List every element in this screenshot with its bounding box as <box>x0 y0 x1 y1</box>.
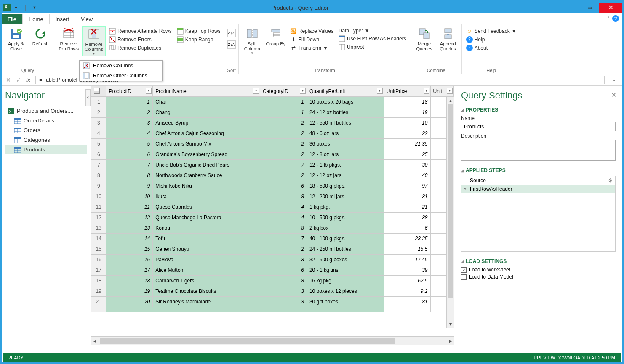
row-number[interactable]: 16 <box>91 255 106 265</box>
cell-quantityperunit[interactable]: 32 - 500 g boxes <box>307 255 384 265</box>
table-row[interactable]: 55Chef Anton's Gumbo Mix236 boxes21.35 <box>91 139 454 149</box>
section-properties[interactable]: ◢PROPERTIES <box>461 107 616 113</box>
cell-categoryid[interactable]: 2 <box>260 128 307 139</box>
cell-productname[interactable]: Sir Rodney's Marmalade <box>153 297 260 307</box>
cell-unitprice[interactable]: 22 <box>384 128 430 139</box>
cell-categoryid[interactable]: 6 <box>260 265 307 276</box>
table-row[interactable]: 1919Teatime Chocolate Biscuits310 boxes … <box>91 286 454 297</box>
formula-expand-icon[interactable]: ⌄ <box>610 77 618 82</box>
row-number[interactable]: 4 <box>91 128 106 139</box>
cell-categoryid[interactable]: 2 <box>260 244 307 255</box>
tab-view[interactable]: View <box>75 14 99 24</box>
unpivot-button[interactable]: Unpivot <box>337 43 408 51</box>
tab-insert[interactable]: Insert <box>50 14 75 24</box>
collapse-ribbon-icon[interactable]: ˄ <box>607 16 610 21</box>
cell-quantityperunit[interactable]: 2 kg box <box>307 223 384 234</box>
help-icon[interactable]: ? <box>612 15 619 22</box>
nav-root[interactable]: X Products and Orders.... <box>5 106 87 116</box>
maximize-button[interactable]: ▭ <box>580 3 599 13</box>
table-row[interactable] <box>91 307 454 312</box>
navigator-collapse-button[interactable]: < <box>85 89 91 106</box>
cell-productname[interactable]: Uncle Bob's Organic Dried Pears <box>153 160 260 170</box>
cell-categoryid[interactable]: 1 <box>260 97 307 107</box>
grid-corner[interactable] <box>91 86 106 97</box>
step-firstrowasheader[interactable]: ✕FirstRowAsHeader <box>461 185 615 193</box>
column-header-productid[interactable]: ProductID▼ <box>106 86 153 97</box>
filter-dropdown-icon[interactable]: ▼ <box>253 88 259 94</box>
cell-categoryid[interactable]: 2 <box>260 139 307 149</box>
cell-quantityperunit[interactable]: 1 kg pkg. <box>307 202 384 213</box>
cell-unitprice[interactable]: 30 <box>384 160 430 170</box>
column-header-unitprice[interactable]: UnitPrice▼ <box>384 86 430 97</box>
table-row[interactable]: 2020Sir Rodney's Marmalade330 gift boxes… <box>91 297 454 307</box>
tab-file[interactable]: File <box>2 14 22 24</box>
cell-productname[interactable]: Queso Cabrales <box>153 202 260 213</box>
nav-item-orderdetails[interactable]: OrderDetails <box>5 116 87 125</box>
cell-productname[interactable]: Mishi Kobe Niku <box>153 181 260 191</box>
data-type-button[interactable]: Data Type: ▼ <box>337 27 408 35</box>
cell-productname[interactable]: Carnarvon Tigers <box>153 276 260 286</box>
cell-unitprice[interactable]: 62.5 <box>384 276 430 286</box>
filter-dropdown-icon[interactable]: ▼ <box>300 88 306 94</box>
column-header-quantityperunit[interactable]: QuantityPerUnit▼ <box>307 86 384 97</box>
cell-quantityperunit[interactable]: 16 kg pkg. <box>307 276 384 286</box>
cell-quantityperunit[interactable]: 20 - 1 kg tins <box>307 265 384 276</box>
scroll-right-icon[interactable]: ▸ <box>446 337 454 344</box>
cell-quantityperunit[interactable]: 12 - 200 ml jars <box>307 191 384 202</box>
cell-productname[interactable]: Teatime Chocolate Biscuits <box>153 286 260 297</box>
row-number[interactable]: 20 <box>91 297 106 307</box>
refresh-button[interactable]: Refresh <box>29 26 51 46</box>
cell-unitprice[interactable]: 21.35 <box>384 139 430 149</box>
cell-categoryid[interactable]: 8 <box>260 191 307 202</box>
filter-dropdown-icon[interactable]: ▼ <box>146 88 152 94</box>
table-row[interactable]: 1818Carnarvon Tigers816 kg pkg.62.5 <box>91 276 454 286</box>
query-name-input[interactable] <box>461 122 616 131</box>
cell-productid[interactable]: 10 <box>106 191 153 202</box>
cell-unitprice[interactable]: 39 <box>384 265 430 276</box>
cell-productname[interactable]: Queso Manchego La Pastora <box>153 213 260 223</box>
qat-customize[interactable]: ▼ <box>30 3 39 12</box>
cell-categoryid[interactable]: 3 <box>260 297 307 307</box>
cell-unitprice[interactable]: 97 <box>384 181 430 191</box>
cell-productname[interactable]: Alice Mutton <box>153 265 260 276</box>
table-row[interactable]: 1111Queso Cabrales41 kg pkg.21 <box>91 202 454 213</box>
cell-unitprice[interactable]: 40 <box>384 170 430 181</box>
cell-productid[interactable]: 6 <box>106 149 153 160</box>
vertical-scrollbar[interactable]: ▴ ▾ <box>446 97 454 328</box>
table-row[interactable]: 1212Queso Manchego La Pastora410 - 500 g… <box>91 213 454 223</box>
about-button[interactable]: iAbout <box>464 44 518 52</box>
table-row[interactable]: 22Chang124 - 12 oz bottles19 <box>91 107 454 118</box>
dropdown-remove-columns[interactable]: Remove Columns <box>80 61 162 71</box>
cell-productid[interactable]: 8 <box>106 170 153 181</box>
scroll-left-icon[interactable]: ◂ <box>91 337 99 344</box>
cell-productid[interactable]: 16 <box>106 255 153 265</box>
replace-values-button[interactable]: 🔁Replace Values <box>288 27 335 35</box>
cell-quantityperunit[interactable]: 48 - 6 oz jars <box>307 128 384 139</box>
cell-productid[interactable]: 1 <box>106 97 153 107</box>
cell-productid[interactable]: 12 <box>106 213 153 223</box>
nav-item-categories[interactable]: Categories <box>5 135 87 145</box>
cell-productname[interactable]: Konbu <box>153 223 260 234</box>
step-source[interactable]: Source⚙ <box>461 176 615 185</box>
first-row-headers-button[interactable]: Use First Row As Headers <box>337 35 408 43</box>
delete-step-icon[interactable]: ✕ <box>463 186 467 191</box>
row-number[interactable]: 1 <box>91 97 106 107</box>
row-number[interactable]: 5 <box>91 139 106 149</box>
cell-productname[interactable]: Chai <box>153 97 260 107</box>
cell-unitprice[interactable]: 9.2 <box>384 286 430 297</box>
cell-categoryid[interactable]: 2 <box>260 118 307 128</box>
cell-productid[interactable]: 5 <box>106 139 153 149</box>
cell-quantityperunit[interactable]: 24 - 250 ml bottles <box>307 244 384 255</box>
filter-dropdown-icon[interactable]: ▼ <box>447 88 453 94</box>
table-row[interactable]: 1717Alice Mutton620 - 1 kg tins39 <box>91 265 454 276</box>
scroll-down-icon[interactable]: ▾ <box>447 320 454 328</box>
row-number[interactable]: 12 <box>91 213 106 223</box>
group-by-button[interactable]: Group By <box>265 26 287 46</box>
append-queries-button[interactable]: Append Queries <box>437 26 459 51</box>
table-row[interactable]: 77Uncle Bob's Organic Dried Pears712 - 1… <box>91 160 454 170</box>
tab-home[interactable]: Home <box>22 14 50 24</box>
remove-alternate-rows-button[interactable]: Remove Alternate Rows <box>107 27 173 35</box>
merge-queries-button[interactable]: Merge Queries <box>413 26 435 51</box>
table-row[interactable]: 1010Ikura812 - 200 ml jars31 <box>91 191 454 202</box>
cell-quantityperunit[interactable]: 10 - 500 g pkgs. <box>307 213 384 223</box>
